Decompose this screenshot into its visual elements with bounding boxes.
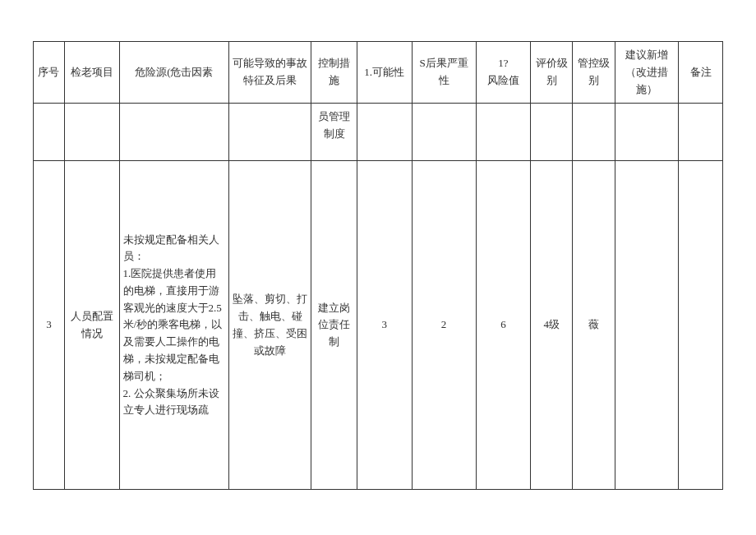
header-risk: 1? 风险值	[476, 42, 531, 104]
partial-continuation-row: 员管理制度	[34, 104, 723, 161]
header-mgmt: 管控级别	[573, 42, 615, 104]
header-severity: S后果严重性	[412, 42, 476, 104]
cell-seq: 3	[34, 161, 65, 490]
partial-cell	[64, 104, 119, 161]
cell-mgmt: 薇	[573, 161, 615, 490]
cell-note	[679, 161, 723, 490]
header-consequence: 可能导致的事故特征及后果	[229, 42, 311, 104]
risk-assessment-table: 序号 检老项目 危险源(危击因素 可能导致的事故特征及后果 控制措施 1.可能性…	[33, 41, 723, 490]
partial-cell	[357, 104, 412, 161]
cell-eval: 4级	[531, 161, 573, 490]
cell-possibility: 3	[357, 161, 412, 490]
header-eval: 评价级别	[531, 42, 573, 104]
partial-cell	[573, 104, 615, 161]
cell-severity: 2	[412, 161, 476, 490]
header-note: 备注	[679, 42, 723, 104]
partial-cell	[119, 104, 229, 161]
partial-cell	[229, 104, 311, 161]
partial-cell	[531, 104, 573, 161]
partial-cell	[615, 104, 679, 161]
partial-cell	[679, 104, 723, 161]
header-seq: 序号	[34, 42, 65, 104]
header-suggest: 建议新增（改进措施）	[615, 42, 679, 104]
partial-cell	[476, 104, 531, 161]
partial-control-cell: 员管理制度	[311, 104, 357, 161]
table-header-row: 序号 检老项目 危险源(危击因素 可能导致的事故特征及后果 控制措施 1.可能性…	[34, 42, 723, 104]
cell-risk: 6	[476, 161, 531, 490]
cell-suggest	[615, 161, 679, 490]
partial-cell	[34, 104, 65, 161]
cell-consequence: 坠落、剪切、打击、触电、碰撞、挤压、受困或故障	[229, 161, 311, 490]
header-possibility: 1.可能性	[357, 42, 412, 104]
cell-item: 人员配置情况	[64, 161, 119, 490]
header-hazard: 危险源(危击因素	[119, 42, 229, 104]
header-item: 检老项目	[64, 42, 119, 104]
cell-hazard: 未按规定配备相关人员： 1.医院提供患者使用的电梯，直接用于游客观光的速度大于2…	[119, 161, 229, 490]
header-control: 控制措施	[311, 42, 357, 104]
partial-cell	[412, 104, 476, 161]
cell-control: 建立岗位责任制	[311, 161, 357, 490]
table-row: 3 人员配置情况 未按规定配备相关人员： 1.医院提供患者使用的电梯，直接用于游…	[34, 161, 723, 490]
